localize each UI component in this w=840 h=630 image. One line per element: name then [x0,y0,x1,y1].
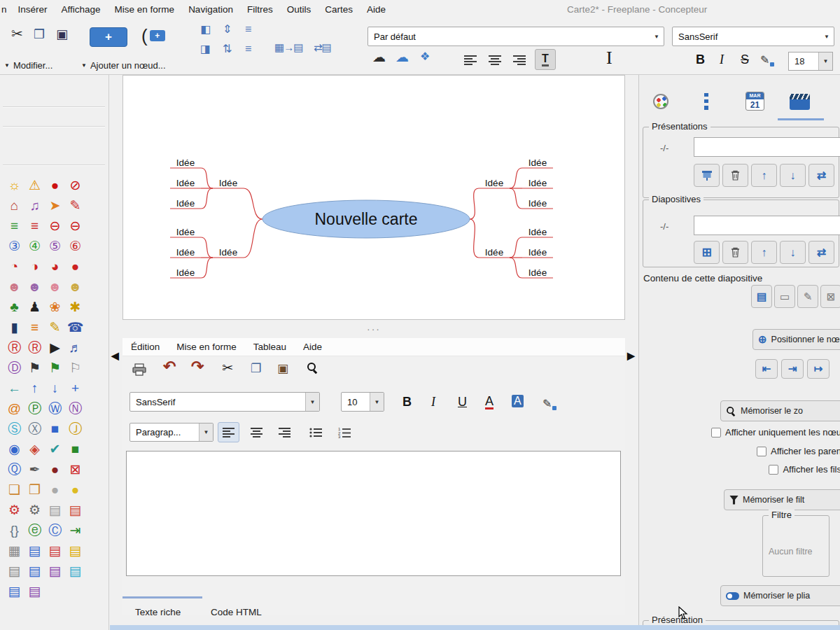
menu-item-inserer[interactable]: Insérer [11,0,55,18]
sidebar-icon[interactable]: ☼ [4,175,24,195]
mindmap-node-label[interactable]: Idée [485,178,503,188]
sidebar-icon[interactable]: ✎ [45,317,65,337]
move-slide-down-button[interactable]: ↓ [780,241,806,264]
note-menu-tableau[interactable]: Tableau [245,342,295,352]
cloud-blue-icon[interactable]: ☁ [396,50,409,64]
note-underline-icon[interactable]: U [458,396,467,408]
sidebar-icon[interactable]: Ⓙ [65,419,85,439]
sidebar-icon[interactable]: ♬ [65,337,85,358]
paste-icon[interactable]: ▣ [56,28,68,41]
mindmap-node-label[interactable]: Idée [528,227,547,237]
tab-calendar-icon[interactable]: MAR 21 [746,92,764,111]
layout-icon-5[interactable]: ⇅ [223,43,232,55]
remember-filter-button[interactable]: Mémoriser le filt [724,489,840,510]
mindmap-node-label[interactable]: Idée [176,158,195,168]
cloud-icon[interactable]: ☁ [372,50,386,64]
mindmap-node-label[interactable]: Idée [176,247,195,258]
slide-content-button-3[interactable]: ✎ [797,285,818,308]
sidebar-icon[interactable]: ● [45,479,65,500]
search-icon[interactable] [307,363,318,373]
sidebar-icon[interactable]: ▤ [45,500,65,520]
sidebar-icon[interactable]: Ⓡ [24,337,45,358]
sidebar-icon[interactable]: ⌂ [4,195,24,216]
note-menu-edition[interactable]: Édition [122,342,168,352]
sidebar-icon[interactable]: ⚑ [45,358,65,378]
checkbox-show-only-nodes[interactable]: Afficher uniquement les nœu [711,427,840,438]
delete-presentation-button[interactable] [722,164,748,187]
horizontal-scrollbar[interactable] [110,625,840,630]
slide-content-button-2[interactable]: ▭ [774,285,795,308]
numbered-list-button[interactable]: 123 [333,422,355,442]
note-font-combobox[interactable]: SansSerif ▼ [130,392,320,412]
new-slide-button[interactable]: ⊞ [694,241,720,264]
redo-icon[interactable]: ↷ [191,359,204,374]
sidebar-icon[interactable]: Ⓡ [4,337,24,358]
highlight-color-icon[interactable]: A [512,395,524,407]
new-sibling-node-button[interactable]: ( + [141,27,165,45]
strikethrough-icon[interactable]: S [741,53,749,66]
mindmap-node-label[interactable]: Idée [176,198,195,209]
style-combobox[interactable]: Par défaut ▼ [368,27,664,46]
slide-content-button-4[interactable]: ⊠ [820,285,840,308]
font-color-icon[interactable]: A [485,395,493,410]
tab-presentation-icon[interactable] [790,94,810,110]
sidebar-icon[interactable]: ✔ [45,439,65,459]
diagram-layout-icon-1[interactable]: ▦→▤ [274,42,302,52]
sidebar-icon[interactable]: ☻ [65,276,85,297]
tab-texte-riche[interactable]: Texte riche [135,607,181,617]
sidebar-icon[interactable]: Ⓧ [24,419,45,439]
diagram-layout-icon-2[interactable]: ⇄▤ [314,42,331,52]
sidebar-icon[interactable]: ⊘ [65,175,85,195]
italic-icon[interactable]: I [720,53,724,66]
note-font-size-combobox[interactable]: 10 ▼ [341,392,384,412]
sidebar-icon[interactable]: ❀ [45,297,65,317]
bullet-list-button[interactable] [304,422,326,442]
sidebar-icon[interactable]: {} [4,520,24,540]
slide-content-button-1[interactable]: ▤ [751,285,772,308]
mindmap-node-label[interactable]: Idée [176,267,195,278]
sidebar-icon[interactable]: Ⓒ [45,520,65,540]
sidebar-icon[interactable]: ◔ [4,256,24,276]
note-copy-icon[interactable]: ❐ [251,363,261,374]
sidebar-icon[interactable]: ▤ [45,540,65,561]
sidebar-icon[interactable]: ⚙ [24,500,45,520]
layout-icon-6[interactable]: ≡ [245,43,251,55]
note-paste-icon[interactable]: ▣ [277,363,288,374]
menu-item-mise-en-forme[interactable]: Mise en forme [108,0,182,18]
layout-icon-1[interactable]: ◧ [200,24,211,35]
menu-item-cartes[interactable]: Cartes [318,0,360,18]
modify-dropdown-button[interactable]: ▼ Modifier... [4,60,52,71]
sidebar-icon[interactable]: Ⓟ [24,398,45,419]
edge-style-icon[interactable]: ❖ [420,51,430,62]
move-presentation-down-button[interactable]: ↓ [780,164,806,187]
sidebar-icon[interactable]: ☻ [4,276,24,297]
sidebar-icon[interactable]: ⚙ [4,500,24,520]
note-align-right-button[interactable] [274,422,295,442]
mindmap-node-label[interactable]: Idée [176,227,195,237]
sidebar-icon[interactable]: ☻ [45,276,65,297]
bold-icon[interactable]: B [696,53,705,66]
sidebar-icon[interactable]: ➤ [45,195,65,216]
paragraph-style-combobox[interactable]: Paragrap... ▼ [130,423,214,442]
layout-icon-4[interactable]: ◨ [200,43,211,55]
note-cut-icon[interactable]: ✂ [222,361,233,374]
note-align-center-button[interactable] [246,422,267,442]
mindmap-node-label[interactable]: Idée [176,178,195,188]
font-size-spinner[interactable]: 18 ▼ [788,52,833,71]
sidebar-icon[interactable]: ✱ [65,297,85,317]
sidebar-icon[interactable]: ● [45,175,65,195]
new-presentation-button[interactable] [694,164,720,187]
tab-palette-icon[interactable] [653,94,668,109]
align-right-icon[interactable] [512,55,526,68]
sidebar-icon[interactable]: ▤ [4,581,24,601]
sidebar-icon[interactable]: Ⓠ [4,459,24,479]
note-menu-mise-en-forme[interactable]: Mise en forme [168,342,245,352]
remember-zoom-button[interactable]: Mémoriser le zo [720,400,840,421]
move-to-middle-button[interactable]: ⇥ [781,359,804,379]
move-presentation-up-button[interactable]: ↑ [751,164,777,187]
sidebar-icon[interactable]: ◉ [4,439,24,459]
sidebar-icon[interactable]: ▤ [65,500,85,520]
sidebar-icon[interactable]: ☎ [65,317,85,337]
format-color-icon[interactable]: ✎ [760,53,774,66]
swap-presentation-button[interactable]: ⇄ [808,164,834,187]
